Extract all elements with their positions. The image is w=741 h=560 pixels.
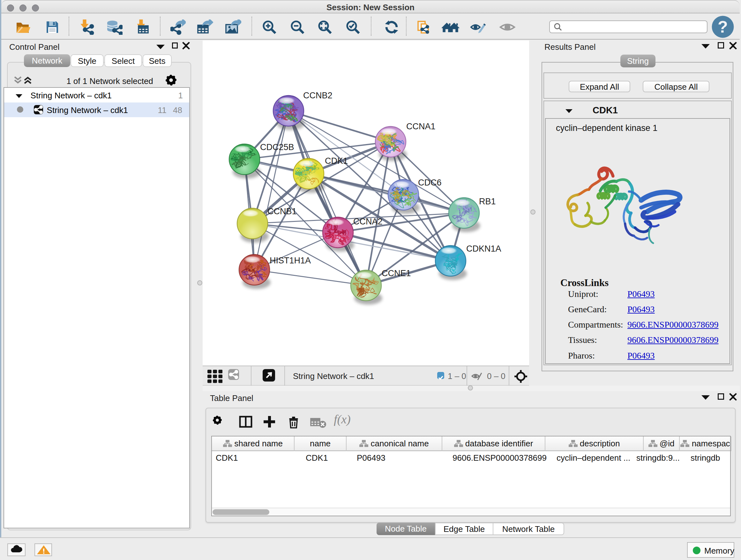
- svg-text:CCNA1: CCNA1: [406, 122, 435, 131]
- svg-text:CDK1: CDK1: [325, 156, 348, 166]
- svg-text:CCNE1: CCNE1: [382, 268, 411, 278]
- svg-text:CCNB1: CCNB1: [267, 206, 297, 216]
- svg-text:?: ?: [718, 17, 728, 36]
- svg-text:CDC6: CDC6: [418, 178, 442, 187]
- svg-text:CCNB2: CCNB2: [303, 91, 333, 100]
- svg-text:RB1: RB1: [479, 197, 496, 206]
- svg-text:CDKN1A: CDKN1A: [466, 244, 501, 253]
- svg-text:HIST1H1A: HIST1H1A: [270, 256, 311, 265]
- svg-text:CCNA2: CCNA2: [353, 217, 383, 226]
- svg-text:CDC25B: CDC25B: [260, 142, 294, 152]
